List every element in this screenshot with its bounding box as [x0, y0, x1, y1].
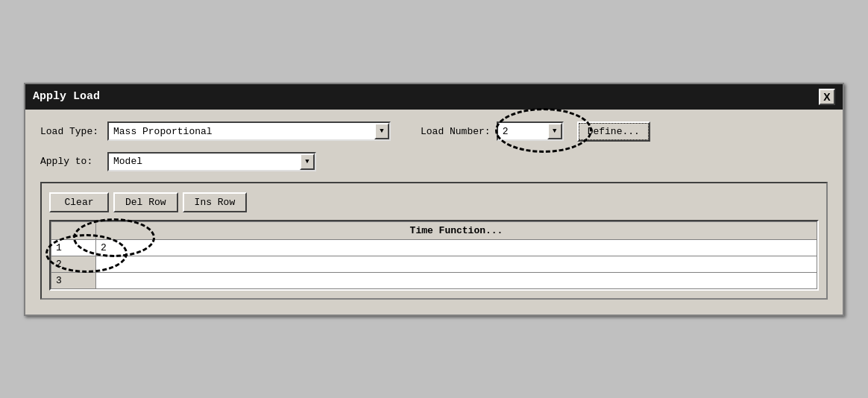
- apply-to-value: Model: [109, 154, 147, 168]
- title-bar: Apply Load X: [25, 84, 843, 110]
- load-number-select[interactable]: 2 ▼: [497, 121, 564, 141]
- clear-button[interactable]: Clear: [49, 192, 109, 212]
- del-row-button[interactable]: Del Row: [113, 192, 178, 212]
- close-icon: X: [823, 91, 830, 103]
- load-number-section: Load Number: 2 ▼ Define...: [421, 121, 650, 142]
- table-buttons: Clear Del Row Ins Row: [49, 192, 819, 212]
- load-type-row: Load Type: Mass Proportional ▼ Load Numb…: [40, 121, 828, 142]
- row-2-num: 2: [51, 256, 96, 272]
- load-type-dropdown-arrow[interactable]: ▼: [374, 123, 389, 139]
- row-1-value[interactable]: 2: [96, 239, 817, 256]
- apply-to-label: Apply to:: [40, 156, 100, 167]
- data-table: Time Function... 1 2: [51, 221, 817, 289]
- ins-row-button[interactable]: Ins Row: [183, 192, 248, 212]
- table-header-col2: Time Function...: [96, 221, 817, 239]
- data-table-container: Time Function... 1 2: [49, 220, 819, 291]
- table-row: 3: [51, 272, 817, 288]
- load-number-dropdown-arrow[interactable]: ▼: [547, 123, 562, 139]
- apply-to-row: Apply to: Model ▼: [40, 152, 828, 171]
- table-row: 2: [51, 256, 817, 272]
- apply-load-dialog: Apply Load X Load Type: Mass Proportiona…: [24, 83, 844, 316]
- table-header-wrapper: Time Function... 1 2: [51, 221, 817, 289]
- dialog-body: Load Type: Mass Proportional ▼ Load Numb…: [25, 110, 843, 315]
- close-button[interactable]: X: [819, 89, 835, 105]
- table-header-col1: [51, 221, 96, 239]
- row-2-value[interactable]: [96, 256, 817, 272]
- load-type-label: Load Type:: [40, 126, 100, 137]
- define-button[interactable]: Define...: [577, 121, 650, 142]
- table-header-row: Time Function...: [51, 221, 817, 239]
- table-row: 1 2: [51, 239, 817, 256]
- row-1-num: 1: [51, 239, 96, 256]
- dialog-title: Apply Load: [33, 90, 100, 103]
- apply-to-select[interactable]: Model ▼: [107, 152, 316, 171]
- load-type-select[interactable]: Mass Proportional ▼: [107, 121, 391, 141]
- load-number-label: Load Number:: [421, 126, 491, 137]
- apply-to-dropdown-arrow[interactable]: ▼: [300, 154, 315, 170]
- table-area: Clear Del Row Ins Row Time Function...: [40, 182, 828, 300]
- row-3-num: 3: [51, 272, 96, 288]
- row-3-value[interactable]: [96, 272, 817, 288]
- load-number-value: 2: [498, 124, 513, 139]
- load-type-value: Mass Proportional: [109, 124, 217, 139]
